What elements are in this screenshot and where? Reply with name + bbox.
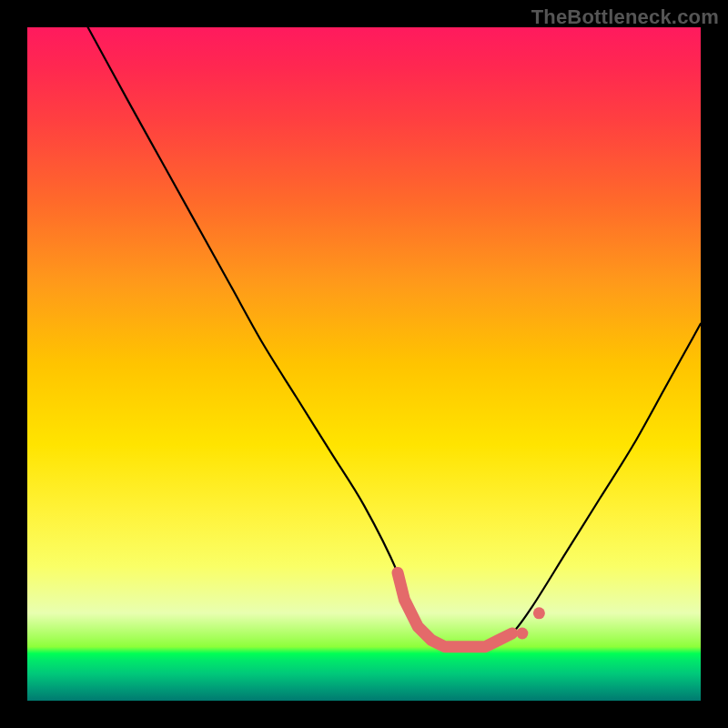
chart-frame: TheBottleneck.com — [0, 0, 728, 728]
plot-area — [27, 27, 701, 701]
bottleneck-curve-svg — [27, 27, 701, 701]
optimal-zone-highlight — [398, 572, 512, 646]
highlight-end-dot-2 — [533, 607, 545, 619]
bottleneck-curve-path — [88, 27, 701, 647]
highlight-end-dot-1 — [516, 628, 528, 640]
watermark-text: TheBottleneck.com — [531, 5, 719, 29]
